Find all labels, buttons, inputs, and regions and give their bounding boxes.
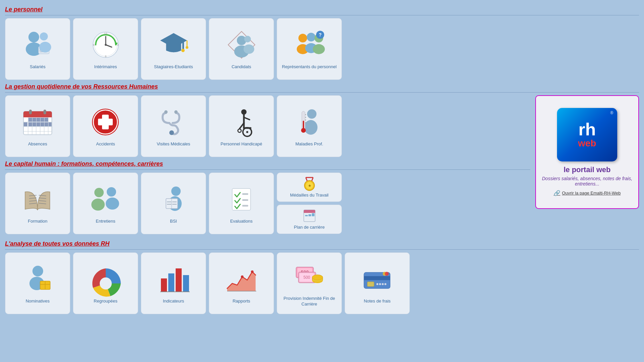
provision-icon: 500 500 [293, 260, 326, 293]
svg-rect-40 [43, 110, 46, 114]
svg-point-97 [107, 187, 116, 197]
bsi-icon [157, 183, 190, 216]
svg-point-78 [307, 109, 316, 119]
rh-web-logo: ® rh web [557, 108, 617, 161]
card-notes-frais-label: Notes de frais [364, 298, 390, 304]
card-interimaires[interactable]: 12 3 6 9 Intérimaires [73, 18, 138, 80]
card-bsi[interactable]: BSI [141, 172, 206, 234]
svg-point-28 [298, 34, 307, 42]
rh-logo-rh: rh [578, 121, 596, 138]
svg-point-30 [307, 33, 315, 41]
card-representants[interactable]: ? Représentants du personnel [277, 18, 342, 80]
svg-rect-38 [23, 115, 52, 117]
card-evaluations[interactable]: Evaluations [209, 172, 274, 234]
card-visites-label: Visites Médicales [157, 141, 190, 147]
card-absences-label: Absences [28, 141, 47, 147]
card-handicape[interactable]: Personnel Handicapé [209, 95, 274, 157]
plan-carriere-icon [301, 208, 318, 223]
gestion-section-with-promo: Absences Accidents [5, 95, 639, 238]
capital-stacked-cards: ★ Médailles du Travail [277, 172, 342, 234]
svg-rect-131 [176, 268, 182, 292]
svg-rect-65 [98, 119, 113, 125]
card-rapports-label: Rapports [233, 298, 250, 304]
svg-text:3: 3 [117, 43, 118, 46]
rapports-icon [225, 262, 258, 296]
nominatives-icon [21, 262, 55, 296]
svg-point-82 [301, 128, 306, 133]
svg-rect-119 [304, 212, 315, 213]
card-formation[interactable]: Formation [5, 172, 70, 234]
rh-web-subtitle: Dossiers salariés, absences, notes de fr… [541, 176, 633, 187]
svg-point-151 [376, 283, 378, 285]
card-accidents-label: Accidents [96, 141, 115, 147]
rh-web-title: le portail web [564, 165, 611, 174]
rh-registered-symbol: ® [610, 111, 613, 115]
svg-rect-108 [242, 193, 248, 195]
card-salaries[interactable]: Salariés [5, 18, 70, 80]
divider-personnel [5, 15, 639, 15]
rh-web-promo[interactable]: ® rh web le portail web Dossiers salarié… [535, 95, 639, 209]
rh-web-link[interactable]: 🔗 Ouvrir la page Emalti-RH-Web [554, 190, 621, 196]
svg-rect-122 [312, 213, 314, 216]
svg-rect-110 [242, 205, 248, 207]
card-accidents[interactable]: Accidents [73, 95, 138, 157]
card-visites[interactable]: Visites Médicales [141, 95, 206, 157]
card-rapports[interactable]: Rapports [209, 252, 274, 314]
card-maladies-label: Maladies Prof. [295, 141, 323, 147]
stagiaires-icon [157, 28, 190, 62]
evaluations-icon [225, 183, 258, 216]
analyse-cards-row: Nominatives Regroupées [5, 252, 639, 314]
svg-line-71 [244, 117, 250, 120]
svg-point-22 [186, 46, 188, 49]
card-notes-frais[interactable]: Notes de frais [345, 252, 410, 314]
card-maladies[interactable]: Maladies Prof. [277, 95, 342, 157]
svg-text:★: ★ [308, 184, 311, 188]
notes-frais-icon [361, 262, 394, 296]
card-bsi-label: BSI [170, 219, 177, 224]
card-absences[interactable]: Absences [5, 95, 70, 157]
card-salaries-label: Salariés [30, 64, 45, 70]
svg-rect-58 [36, 122, 40, 126]
card-plan-carriere[interactable]: Plan de carrière [277, 205, 342, 234]
interimaires-icon: 12 3 6 9 [89, 28, 122, 62]
card-indicateurs[interactable]: Indicateurs [141, 252, 206, 314]
capital-cards-row: Formation Entretiens [5, 172, 530, 234]
card-handicape-label: Personnel Handicapé [220, 141, 262, 147]
card-provision-label: Provision Indemnité Fin de Carrière [279, 296, 340, 307]
svg-point-137 [241, 275, 244, 278]
svg-text:12: 12 [104, 32, 107, 35]
personnel-cards-row: Salariés 12 3 6 9 Intérimaires [5, 18, 639, 80]
card-medailles-label: Médailles du Travail [290, 193, 329, 198]
svg-text:9: 9 [93, 43, 94, 46]
svg-rect-150 [367, 282, 374, 286]
svg-point-95 [94, 188, 104, 197]
svg-text:?: ? [318, 32, 321, 37]
svg-point-153 [382, 283, 384, 285]
svg-point-66 [169, 130, 174, 135]
card-provision[interactable]: 500 500 Provision Indemnité Fin de Carri… [277, 252, 342, 314]
svg-rect-54 [44, 118, 48, 122]
divider-analyse [5, 249, 639, 250]
svg-rect-51 [32, 118, 36, 122]
svg-point-128 [100, 277, 112, 289]
svg-point-77 [238, 129, 241, 132]
card-interimaires-label: Intérimaires [94, 64, 117, 70]
svg-rect-39 [29, 110, 32, 114]
svg-text:6: 6 [105, 55, 106, 58]
card-nominatives[interactable]: Nominatives [5, 252, 70, 314]
medailles-icon: ★ [301, 176, 318, 191]
card-candidats[interactable]: Candidats [209, 18, 274, 80]
svg-point-156 [385, 272, 389, 276]
card-entretiens[interactable]: Entretiens [73, 172, 138, 234]
svg-rect-130 [168, 273, 174, 292]
svg-rect-120 [305, 215, 308, 216]
card-regroupees[interactable]: Regroupées [73, 252, 138, 314]
maladies-icon [293, 105, 326, 139]
svg-rect-52 [36, 118, 40, 122]
svg-rect-109 [242, 199, 248, 201]
svg-point-152 [379, 283, 381, 285]
card-medailles[interactable]: ★ Médailles du Travail [277, 172, 342, 202]
card-stagiaires[interactable]: Stagiaires-Etudiants [141, 18, 206, 80]
svg-rect-53 [40, 118, 44, 122]
svg-point-27 [244, 44, 254, 54]
